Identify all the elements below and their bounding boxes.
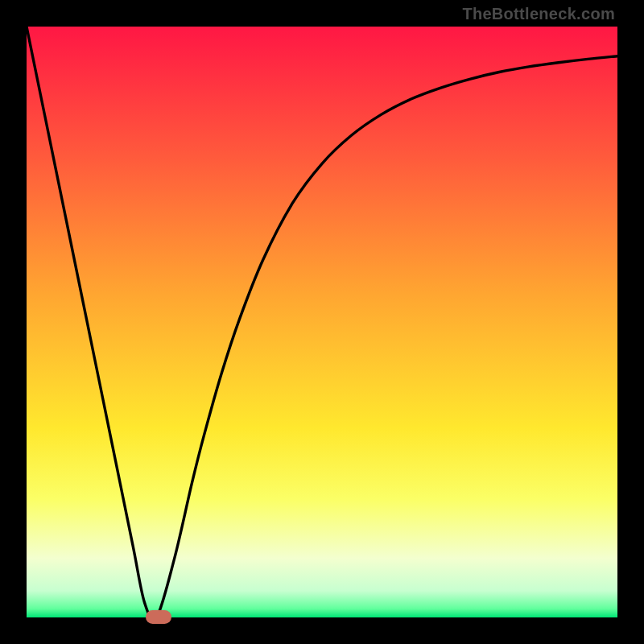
optimal-range-marker: [146, 610, 171, 624]
chart-background-gradient: [27, 27, 617, 617]
attribution-text: TheBottleneck.com: [462, 5, 615, 23]
bottleneck-chart: [27, 27, 617, 617]
